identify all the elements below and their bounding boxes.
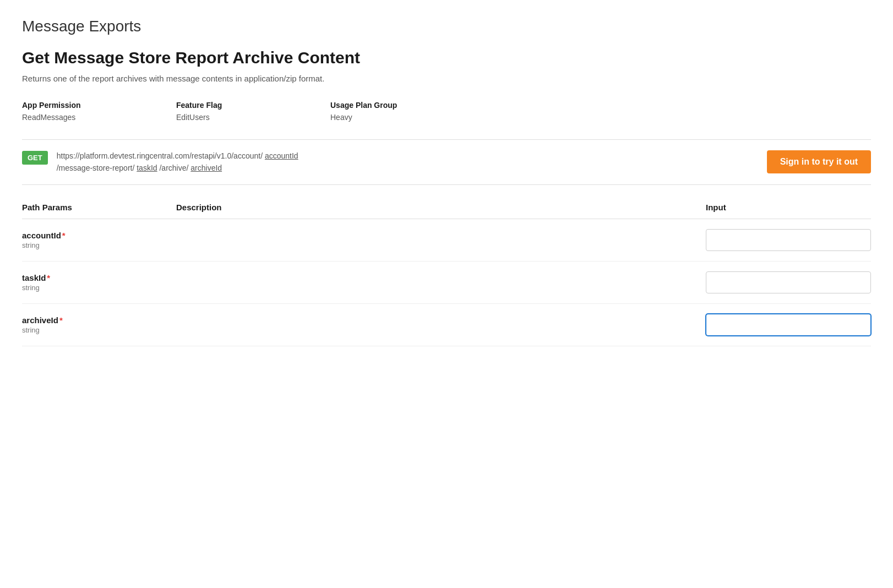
api-description: Returns one of the report archives with …: [22, 74, 871, 83]
app-permission-label: App Permission: [22, 101, 176, 110]
url-archive-id: archiveId: [190, 164, 222, 172]
param-name-cell-archiveid: archiveId* string: [22, 315, 176, 334]
param-name-accountid: accountId*: [22, 231, 176, 240]
param-row-archiveid: archiveId* string: [22, 304, 871, 346]
param-input-archiveid[interactable]: [706, 314, 871, 336]
header-description: Description: [176, 203, 706, 212]
param-name-taskid: taskId*: [22, 273, 176, 282]
api-title: Get Message Store Report Archive Content: [22, 48, 871, 67]
app-permission-value: ReadMessages: [22, 113, 176, 122]
feature-flag-item: Feature Flag EditUsers: [176, 101, 330, 122]
param-name-archiveid: archiveId*: [22, 315, 176, 325]
required-star-taskid: *: [47, 273, 50, 282]
usage-plan-group-label: Usage Plan Group: [330, 101, 484, 110]
feature-flag-label: Feature Flag: [176, 101, 330, 110]
url-path-2: /archive/: [157, 164, 191, 172]
endpoint-bar: GET https://platform.devtest.ringcentral…: [22, 140, 871, 185]
usage-plan-group-item: Usage Plan Group Heavy: [330, 101, 484, 122]
method-badge: GET: [22, 151, 48, 165]
params-header: Path Params Description Input: [22, 203, 871, 219]
usage-plan-group-value: Heavy: [330, 113, 484, 122]
app-permission-item: App Permission ReadMessages: [22, 101, 176, 122]
param-input-accountid[interactable]: [706, 229, 871, 251]
param-type-taskid: string: [22, 284, 176, 292]
param-type-archiveid: string: [22, 326, 176, 334]
param-name-cell-accountid: accountId* string: [22, 231, 176, 249]
param-row-accountid: accountId* string: [22, 219, 871, 262]
param-name-cell-taskid: taskId* string: [22, 273, 176, 292]
sign-in-button[interactable]: Sign in to try it out: [767, 150, 871, 173]
header-input: Input: [706, 203, 871, 212]
param-type-accountid: string: [22, 241, 176, 249]
url-task-id: taskId: [137, 164, 157, 172]
param-row-taskid: taskId* string: [22, 262, 871, 304]
url-path-1: /message-store-report/: [57, 164, 137, 172]
url-account-id: accountId: [265, 151, 298, 160]
feature-flag-value: EditUsers: [176, 113, 330, 122]
params-table: Path Params Description Input accountId*…: [22, 203, 871, 346]
param-input-taskid[interactable]: [706, 271, 871, 293]
meta-grid: App Permission ReadMessages Feature Flag…: [22, 101, 871, 122]
required-star-archiveid: *: [59, 315, 63, 325]
endpoint-url: https://platform.devtest.ringcentral.com…: [57, 150, 298, 175]
required-star-accountid: *: [62, 231, 66, 240]
url-base: https://platform.devtest.ringcentral.com…: [57, 151, 265, 160]
header-path-params: Path Params: [22, 203, 176, 212]
page-title: Message Exports: [22, 18, 871, 35]
endpoint-left: GET https://platform.devtest.ringcentral…: [22, 150, 298, 175]
